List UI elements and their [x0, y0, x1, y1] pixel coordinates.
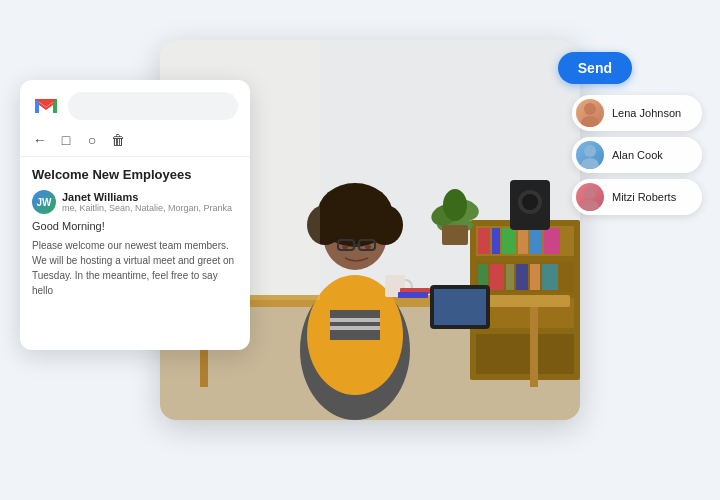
svg-rect-11	[518, 228, 528, 254]
svg-rect-24	[442, 225, 468, 245]
recipient-name-1: Lena Johnson	[612, 107, 681, 119]
svg-rect-12	[530, 228, 542, 254]
svg-rect-15	[490, 264, 504, 290]
svg-rect-19	[542, 264, 558, 290]
svg-point-55	[584, 103, 596, 115]
recipient-card-1: Lena Johnson	[572, 95, 702, 131]
svg-rect-8	[478, 228, 490, 254]
svg-rect-10	[502, 228, 516, 254]
email-subject: Welcome New Employees	[32, 167, 238, 182]
svg-rect-30	[530, 307, 538, 387]
gmail-header: ← □ ○ 🗑	[20, 80, 250, 157]
svg-rect-47	[434, 289, 486, 325]
svg-point-43	[342, 245, 348, 249]
svg-point-39	[367, 205, 403, 245]
archive-icon[interactable]: □	[58, 132, 74, 148]
svg-rect-13	[544, 228, 560, 254]
svg-point-44	[365, 245, 371, 249]
recipient-card-3: Mitzi Roberts	[572, 179, 702, 215]
svg-rect-7	[476, 334, 574, 374]
svg-rect-16	[506, 264, 514, 290]
email-sender-row: JW Janet Williams me, Kaitlin, Sean, Nat…	[32, 190, 238, 214]
svg-point-57	[584, 145, 596, 157]
gmail-card: ← □ ○ 🗑 Welcome New Employees JW Janet W…	[20, 80, 250, 350]
svg-rect-35	[330, 326, 380, 330]
svg-point-27	[443, 189, 467, 221]
gmail-body: Welcome New Employees JW Janet Williams …	[20, 157, 250, 308]
sender-avatar: JW	[32, 190, 56, 214]
svg-rect-34	[330, 318, 380, 322]
svg-point-56	[581, 116, 599, 127]
sender-info: Janet Williams me, Kaitlin, Sean, Natali…	[62, 191, 238, 213]
recipient-avatar-1	[576, 99, 604, 127]
delete-icon[interactable]: 🗑	[110, 132, 126, 148]
sender-name: Janet Williams	[62, 191, 238, 203]
svg-rect-9	[492, 228, 500, 254]
svg-rect-17	[516, 264, 528, 290]
email-greeting: Good Morning!	[32, 220, 238, 232]
refresh-icon[interactable]: ○	[84, 132, 100, 148]
scene: ← □ ○ 🗑 Welcome New Employees JW Janet W…	[0, 0, 720, 500]
svg-point-60	[581, 200, 599, 211]
gmail-toolbar: ← □ ○ 🗑	[32, 128, 238, 148]
svg-point-22	[522, 194, 538, 210]
recipient-avatar-2	[576, 141, 604, 169]
recipient-avatar-3	[576, 183, 604, 211]
recipients-panel: Lena Johnson Alan Cook Mitzi Roberts	[572, 95, 702, 215]
svg-point-59	[584, 187, 596, 199]
recipient-name-2: Alan Cook	[612, 149, 663, 161]
send-button[interactable]: Send	[558, 52, 632, 84]
email-body-text: Please welcome our newest team members. …	[32, 238, 238, 298]
gmail-search-bar[interactable]	[68, 92, 238, 120]
svg-rect-49	[398, 292, 428, 298]
gmail-logo-icon	[32, 92, 60, 120]
back-icon[interactable]: ←	[32, 132, 48, 148]
svg-rect-18	[530, 264, 540, 290]
sender-recipients: me, Kaitlin, Sean, Natalie, Morgan, Pran…	[62, 203, 238, 213]
svg-point-58	[581, 158, 599, 169]
gmail-logo-row	[32, 92, 238, 120]
recipient-card-2: Alan Cook	[572, 137, 702, 173]
svg-rect-33	[330, 310, 380, 340]
recipient-name-3: Mitzi Roberts	[612, 191, 676, 203]
